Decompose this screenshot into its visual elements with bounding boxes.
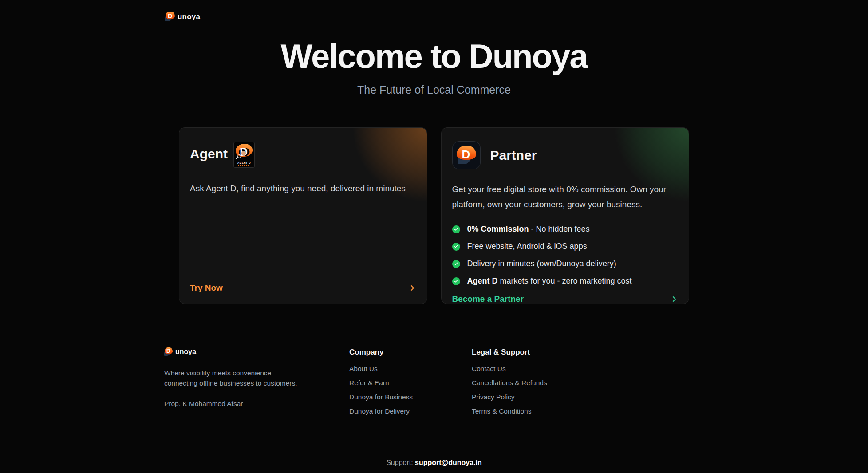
footer-link[interactable]: Dunoya for Business: [349, 393, 472, 401]
header-logo[interactable]: D unoya: [165, 12, 200, 22]
support-line: Support: support@dunoya.in: [164, 459, 704, 467]
footer-link[interactable]: Terms & Conditions: [472, 407, 704, 415]
proprietor-text: Prop. K Mohammed Afsar: [164, 400, 349, 408]
footer-column-heading: Company: [349, 347, 472, 357]
check-icon: [452, 225, 460, 233]
partner-features-list: 0% Commission - No hidden feesFree websi…: [452, 225, 679, 294]
footer-divider: [164, 444, 704, 444]
dunoya-logo-icon: D: [164, 347, 173, 356]
partner-card-title: Partner: [490, 148, 537, 163]
footer-link[interactable]: Privacy Policy: [472, 393, 704, 401]
footer-link[interactable]: Contact Us: [472, 365, 704, 373]
page-title: Welcome to Dunoya: [0, 38, 868, 75]
footer-column-legal: Legal & Support Contact UsCancellations …: [472, 347, 704, 422]
footer-tagline: Where visibility meets convenience — con…: [164, 368, 301, 388]
footer-link[interactable]: Cancellations & Refunds: [472, 379, 704, 387]
feature-item: Delivery in minutes (own/Dunoya delivery…: [452, 259, 679, 268]
footer-logo[interactable]: D unoya: [164, 347, 349, 356]
hero-section: Welcome to Dunoya The Future of Local Co…: [0, 0, 868, 96]
agent-card-description: Ask Agent D, find anything you need, del…: [190, 181, 416, 196]
brand-name: unoya: [175, 348, 196, 356]
footer-links-list: About UsRefer & EarnDunoya for BusinessD…: [349, 365, 472, 415]
agent-face-icon: [241, 151, 246, 156]
footer-link[interactable]: About Us: [349, 365, 472, 373]
agent-card-title: Agent: [190, 146, 228, 162]
check-icon: [452, 260, 460, 268]
partner-card-description: Get your free digital store with 0% comm…: [452, 182, 679, 212]
feature-item: Agent D markets for you - zero marketing…: [452, 276, 679, 286]
support-label: Support:: [386, 459, 413, 466]
check-icon: [452, 277, 460, 285]
footer-link[interactable]: Dunoya for Delivery: [349, 407, 472, 415]
brand-name: unoya: [178, 12, 200, 21]
partner-card[interactable]: D Partner Get your free digital store wi…: [441, 127, 690, 304]
agent-card[interactable]: Agent D AGENT D Ask Agent D, find anythi…: [179, 127, 427, 304]
footer-links-list: Contact UsCancellations & RefundsPrivacy…: [472, 365, 704, 415]
footer-link[interactable]: Refer & Earn: [349, 379, 472, 387]
dunoya-app-icon: D: [452, 141, 481, 169]
support-email-link[interactable]: support@dunoya.in: [415, 459, 482, 466]
partner-card-header: D Partner: [452, 141, 679, 169]
page-subtitle: The Future of Local Commerce: [0, 83, 868, 96]
footer-column-company: Company About UsRefer & EarnDunoya for B…: [349, 347, 472, 422]
become-partner-button[interactable]: Become a Partner: [442, 294, 689, 304]
footer-brand-block: D unoya Where visibility meets convenien…: [164, 347, 349, 422]
agent-card-header: Agent D AGENT D: [190, 141, 416, 167]
feature-item: 0% Commission - No hidden fees: [452, 225, 679, 234]
footer-column-heading: Legal & Support: [472, 347, 704, 357]
dunoya-logo-icon: D: [165, 12, 175, 22]
footer: D unoya Where visibility meets convenien…: [164, 347, 704, 473]
chevron-right-icon: [408, 284, 416, 292]
try-now-button[interactable]: Try Now: [179, 272, 427, 304]
chevron-right-icon: [670, 295, 678, 303]
feature-item: Free website, Android & iOS apps: [452, 242, 679, 251]
cards-row: Agent D AGENT D Ask Agent D, find anythi…: [179, 127, 689, 304]
agent-d-logo: D AGENT D: [234, 142, 254, 167]
check-icon: [452, 243, 460, 251]
